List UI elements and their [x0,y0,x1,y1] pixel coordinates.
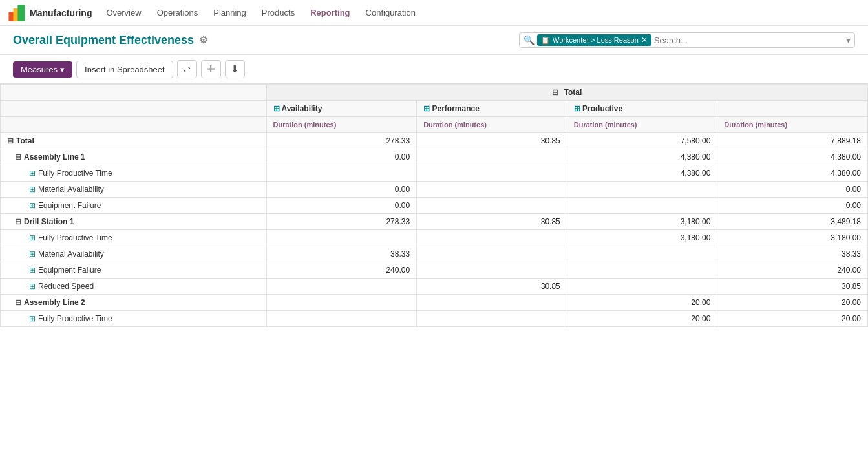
table-container: Total Availability Performance Productiv… [0,84,868,327]
table-row: Total278.3330.857,580.007,889.18 [1,133,868,149]
row-value: 38.33 [717,246,868,262]
add-icon-button[interactable]: ✛ [201,60,221,78]
expand-row-icon[interactable] [29,282,36,291]
row-value: 30.85 [417,279,567,295]
row-value: 7,889.18 [717,133,868,149]
table-row: Fully Productive Time3,180.003,180.00 [1,230,868,246]
collapse-row-icon[interactable] [15,217,21,226]
row-value: 0.00 [266,149,417,165]
col-sub-label [1,101,267,117]
gear-icon[interactable]: ⚙ [199,34,207,46]
collapse-row-icon[interactable] [15,298,21,307]
download-icon-button[interactable]: ⬇ [225,60,245,78]
app-name: Manufacturing [30,8,92,18]
row-value: 3,180.00 [567,214,717,230]
table-row: Drill Station 1278.3330.853,180.003,489.… [1,214,868,230]
expand-row-icon[interactable] [29,185,36,194]
row-value: 38.33 [266,246,417,262]
row-label: Reduced Speed [1,279,267,295]
collapse-row-icon[interactable] [7,136,14,145]
col-dur-performance: Duration (minutes) [417,117,567,133]
row-value [567,198,717,214]
row-value [417,198,567,214]
expand-row-icon[interactable] [29,249,36,259]
nav-reporting[interactable]: Reporting [304,5,356,20]
row-label: Material Availability [1,182,267,198]
row-label: Equipment Failure [1,262,267,279]
col-dur-productive: Duration (minutes) [567,117,717,133]
page-title: Overall Equipment Effectiveness [13,34,194,47]
measures-button[interactable]: Measures ▾ [13,61,72,78]
row-value: 20.00 [567,311,717,327]
nav-operations[interactable]: Operations [151,5,205,20]
col-dur-availability: Duration (minutes) [266,117,417,133]
measures-label: Measures [21,65,58,74]
search-input[interactable] [654,36,843,45]
expand-row-icon[interactable] [29,266,36,275]
expand-row-icon[interactable] [29,169,36,178]
row-value [266,230,417,246]
table-row: Assembly Line 220.0020.00 [1,295,868,311]
row-value: 30.85 [417,214,567,230]
row-value: 4,380.00 [567,149,717,165]
expand-productive-icon[interactable] [574,104,580,113]
row-label: Fully Productive Time [1,311,267,327]
row-value: 0.00 [717,182,868,198]
expand-availability-icon[interactable] [273,104,280,113]
row-value: 20.00 [717,295,868,311]
nav-products[interactable]: Products [255,5,301,20]
search-bar: 🔍 📋 Workcenter > Loss Reason ✕ ▾ [519,32,855,48]
col-total-val-header [717,101,868,117]
table-row: Fully Productive Time20.0020.00 [1,311,868,327]
row-label: Fully Productive Time [1,230,267,246]
collapse-row-icon[interactable] [15,153,21,162]
col-row-dim-header [1,117,267,133]
search-dropdown-icon[interactable]: ▾ [846,35,851,45]
filter-badge-label: Workcenter > Loss Reason [553,36,639,44]
row-value [266,295,417,311]
top-nav: Manufacturing Overview Operations Planni… [0,0,868,26]
row-value [567,182,717,198]
row-value: 0.00 [266,182,417,198]
col-productive-header: Productive [567,101,717,117]
row-value [266,279,417,295]
table-row: Equipment Failure0.000.00 [1,198,868,214]
col-header-total: Total [266,85,867,101]
expand-row-icon[interactable] [29,233,36,242]
insert-spreadsheet-button[interactable]: Insert in Spreadsheet [76,61,173,78]
row-value: 20.00 [717,311,868,327]
collapse-total-icon[interactable] [552,88,558,97]
nav-planning[interactable]: Planning [207,5,253,20]
app-logo: Manufacturing [8,4,92,22]
row-value: 20.00 [567,295,717,311]
filter-badge[interactable]: 📋 Workcenter > Loss Reason ✕ [537,34,651,46]
row-value [266,165,417,182]
table-row: Reduced Speed30.8530.85 [1,279,868,295]
row-label: Assembly Line 2 [1,295,267,311]
page-title-container: Overall Equipment Effectiveness ⚙ [13,34,207,47]
adjust-icon-button[interactable]: ⇌ [177,60,197,78]
nav-overview[interactable]: Overview [100,5,147,20]
row-value [417,182,567,198]
expand-row-icon[interactable] [29,201,36,210]
table-row: Fully Productive Time4,380.004,380.00 [1,165,868,182]
row-label: Material Availability [1,246,267,262]
svg-rect-2 [17,5,25,21]
row-value [266,311,417,327]
expand-performance-icon[interactable] [423,104,430,113]
filter-close-icon[interactable]: ✕ [641,36,648,45]
row-value: 3,180.00 [567,230,717,246]
row-value: 3,489.18 [717,214,868,230]
row-value: 278.33 [266,133,417,149]
row-value: 4,380.00 [717,165,868,182]
row-value: 4,380.00 [567,165,717,182]
col-dur-total: Duration (minutes) [717,117,868,133]
nav-configuration[interactable]: Configuration [359,5,422,20]
row-value [417,230,567,246]
row-value [417,311,567,327]
col-performance-header: Performance [417,101,567,117]
logo-icon [8,4,26,22]
row-value: 240.00 [266,262,417,279]
expand-row-icon[interactable] [29,314,36,323]
row-value: 30.85 [417,133,567,149]
